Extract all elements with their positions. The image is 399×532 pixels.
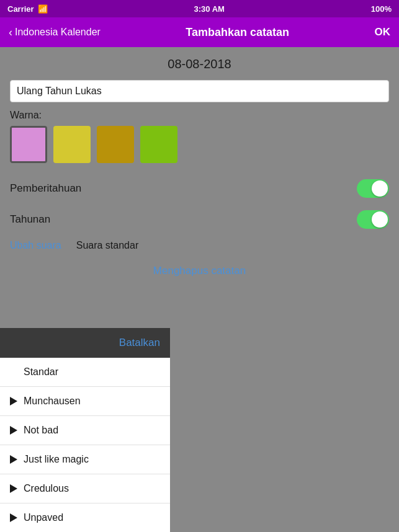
pemberitahuan-row: Pemberitahuan	[0, 173, 399, 204]
sound-option-munchausen: Munchausen	[24, 396, 81, 407]
color-swatch-gold[interactable]	[97, 126, 134, 163]
suara-standar-label: Suara standar	[76, 240, 139, 251]
status-left: Carrier 📶	[7, 4, 48, 14]
sound-option-notbad: Not bad	[24, 425, 58, 436]
color-swatch-yellow[interactable]	[53, 126, 91, 163]
color-swatch-green[interactable]	[140, 126, 177, 163]
wifi-icon: 📶	[38, 4, 48, 14]
list-item[interactable]: Standar	[0, 358, 170, 387]
status-time: 3:30 AM	[194, 4, 225, 14]
play-icon	[10, 397, 17, 406]
list-item[interactable]: Credulous	[0, 474, 170, 503]
action-sheet-cancel-bar: Batalkan	[0, 328, 170, 358]
note-input-container	[0, 80, 399, 102]
menghapus-link[interactable]: Menghapus catatan	[153, 265, 246, 277]
color-swatch-pink[interactable]	[10, 126, 47, 163]
action-sheet: Batalkan Standar Munchausen Not bad Just…	[0, 328, 170, 532]
ok-button[interactable]: OK	[375, 26, 391, 38]
delete-row: Menghapus catatan	[0, 256, 399, 286]
status-bar: Carrier 📶 3:30 AM 100%	[0, 0, 399, 17]
ubah-suara-link[interactable]: Ubah suara	[10, 240, 61, 251]
sound-option-standar: Standar	[24, 366, 58, 378]
sound-option-unpaved: Unpaved	[24, 512, 63, 523]
sound-option-justlikemagic: Just like magic	[24, 454, 89, 465]
back-chevron-icon: ‹	[9, 26, 12, 39]
sound-option-credulous: Credulous	[24, 483, 69, 494]
list-item[interactable]: Unpaved	[0, 503, 170, 532]
list-item[interactable]: Not bad	[0, 416, 170, 445]
color-swatches	[10, 126, 389, 163]
pemberitahuan-label: Pemberitahuan	[10, 182, 81, 195]
play-icon	[10, 426, 17, 435]
play-icon	[10, 455, 17, 464]
tahunan-label: Tahunan	[10, 213, 50, 226]
nav-bar: ‹ Indonesia Kalender Tambahkan catatan O…	[0, 17, 399, 47]
pemberitahuan-toggle-knob	[372, 180, 388, 197]
battery-label: 100%	[371, 4, 392, 14]
main-content: 08-08-2018 Warna: Pemberitahuan Tahunan …	[0, 47, 399, 296]
list-item[interactable]: Munchausen	[0, 387, 170, 416]
back-button[interactable]: ‹ Indonesia Kalender	[9, 26, 101, 39]
color-label: Warna:	[10, 110, 389, 121]
tahunan-row: Tahunan	[0, 204, 399, 235]
pemberitahuan-toggle[interactable]	[357, 179, 389, 198]
sound-row: Ubah suara Suara standar	[0, 235, 399, 256]
list-item[interactable]: Just like magic	[0, 445, 170, 474]
cancel-button[interactable]: Batalkan	[119, 337, 160, 348]
color-section: Warna:	[0, 110, 399, 163]
date-display: 08-08-2018	[0, 57, 399, 71]
note-input[interactable]	[10, 80, 389, 102]
play-icon	[10, 513, 17, 522]
nav-title: Tambahkan catatan	[186, 26, 289, 39]
carrier-label: Carrier	[7, 4, 34, 14]
play-icon	[10, 484, 17, 493]
tahunan-toggle-knob	[372, 211, 388, 228]
tahunan-toggle[interactable]	[357, 210, 389, 229]
back-label: Indonesia Kalender	[15, 27, 101, 38]
